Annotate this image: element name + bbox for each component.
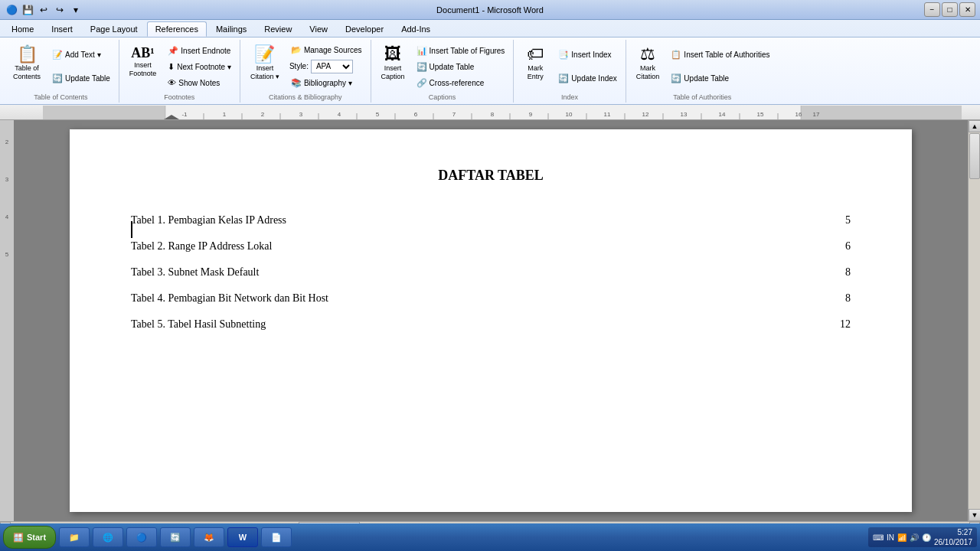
close-btn[interactable]: ✕ — [959, 2, 975, 17]
taskbar-explorer-btn[interactable]: 📁 — [59, 527, 90, 547]
taskbar-chrome-btn[interactable]: 🌐 — [93, 527, 123, 547]
svg-text:14: 14 — [719, 111, 726, 118]
insert-footnote-btn[interactable]: AB¹ InsertFootnote — [124, 43, 162, 81]
tray-keyboard-icon: ⌨ — [873, 533, 884, 542]
scroll-up-btn[interactable]: ▲ — [969, 120, 980, 132]
table-auth-label: Insert Table of Authorities — [684, 51, 769, 59]
tray-volume-icon: 🔊 — [910, 533, 919, 542]
citation-label: InsertCitation ▾ — [250, 64, 279, 81]
mark-citation-btn[interactable]: ⚖ MarkCitation — [631, 43, 665, 84]
svg-text:9: 9 — [529, 111, 533, 118]
insert-table-figures-btn[interactable]: 📊 Insert Table of Figures — [413, 44, 509, 58]
citations-group-label: Citations & Bibliography — [269, 93, 342, 101]
taskbar-notepad-btn[interactable]: 📄 — [261, 527, 292, 547]
scroll-down-btn[interactable]: ▼ — [969, 509, 980, 521]
update-table-auth-btn[interactable]: 🔄 Update Table — [667, 71, 773, 86]
toc-page-3: 8 — [845, 266, 851, 279]
mark-entry-btn[interactable]: 🏷 MarkEntry — [518, 43, 552, 84]
scroll-thumb[interactable] — [969, 133, 980, 179]
minimize-btn[interactable]: − — [924, 2, 940, 17]
next-fn-label: Next Footnote ▾ — [177, 63, 231, 71]
tab-view[interactable]: View — [301, 21, 336, 37]
index-small-buttons: 📑 Insert Index 🔄 Update Index — [554, 43, 621, 90]
tab-review[interactable]: Review — [256, 21, 300, 37]
insert-index-btn[interactable]: 📑 Insert Index — [554, 47, 621, 62]
document-scroll-area[interactable]: DAFTAR TABEL Tabel 1. Pembagian Kelas IP… — [14, 120, 968, 521]
insert-caption-btn[interactable]: 🖼 InsertCaption — [376, 43, 410, 84]
cross-reference-btn[interactable]: 🔗 Cross-reference — [413, 76, 509, 90]
endnote-label: Insert Endnote — [181, 47, 230, 55]
style-select[interactable]: APA MLA Chicago — [311, 60, 353, 73]
toc-icon: 📋 — [17, 46, 38, 63]
toc-label-5: Tabel 5. Tabel Hasil Subnetting — [131, 318, 266, 331]
taskbar-right: ⌨ IN 📶 🔊 🕐 5:27 26/10/2017 — [868, 527, 977, 547]
tray-network-icon: 📶 — [897, 533, 906, 542]
update-table-cap-btn[interactable]: 🔄 Update Table — [413, 60, 509, 74]
endnote-icon: 📌 — [168, 46, 178, 56]
start-label: Start — [27, 533, 46, 542]
redo-quick-btn[interactable]: ↪ — [53, 3, 67, 17]
tab-addins[interactable]: Add-Ins — [393, 21, 439, 37]
taskbar-app3-btn[interactable]: 🔵 — [126, 527, 157, 547]
doc-container: 2 3 4 5 DAFTAR TABEL Tabel 1. Pembagian … — [0, 120, 980, 521]
toc-label-3: Tabel 3. Subnet Mask Default — [131, 266, 259, 279]
tab-insert[interactable]: Insert — [43, 21, 81, 37]
group-toc: 📋 Table ofContents 📝 Add Text ▾ 🔄 Update… — [3, 40, 119, 103]
tab-developer[interactable]: Developer — [337, 21, 392, 37]
toc-entry-1: Tabel 1. Pembagian Kelas IP Adress .....… — [131, 214, 851, 227]
undo-quick-btn[interactable]: ↩ — [37, 3, 51, 17]
style-label: Style: — [289, 62, 309, 70]
citations-group-content: 📝 InsertCitation ▾ 📂 Manage Sources Styl… — [243, 41, 368, 92]
add-text-btn[interactable]: 📝 Add Text ▾ — [48, 47, 114, 62]
window-title: Document1 - Microsoft Word — [436, 5, 544, 15]
page-marker-4: 4 — [0, 214, 14, 220]
bibliography-btn[interactable]: 📚 Bibliography ▾ — [287, 76, 366, 90]
show-notes-btn[interactable]: 👁 Show Notes — [164, 76, 235, 90]
page-marker-3: 3 — [0, 176, 14, 183]
footnotes-group-label: Footnotes — [164, 93, 194, 101]
update-cap-icon: 🔄 — [416, 62, 427, 72]
tab-page-layout[interactable]: Page Layout — [82, 21, 146, 37]
insert-citation-btn[interactable]: 📝 InsertCitation ▾ — [245, 43, 285, 84]
insert-endnote-btn[interactable]: 📌 Insert Endnote — [164, 44, 235, 58]
mark-entry-icon: 🏷 — [527, 46, 544, 63]
next-footnote-btn[interactable]: ⬇ Next Footnote ▾ — [164, 60, 235, 74]
mark-entry-label: MarkEntry — [528, 64, 544, 81]
update-auth-label: Update Table — [684, 74, 729, 83]
svg-text:7: 7 — [452, 111, 456, 118]
start-button[interactable]: 🪟 Start — [3, 526, 56, 549]
toc-dots-4: ........................................… — [330, 298, 844, 298]
add-text-icon: 📝 — [52, 50, 63, 60]
insert-table-auth-btn[interactable]: 📋 Insert Table of Authorities — [667, 47, 773, 62]
toc-entry-2: Tabel 2. Range IP Address Lokal ........… — [131, 240, 851, 253]
tray-clock-icon: 🕐 — [922, 533, 931, 542]
vertical-scrollbar[interactable]: ▲ ▼ — [968, 120, 980, 521]
page-marker-2: 2 — [0, 139, 14, 145]
more-quick-btn[interactable]: ▾ — [69, 3, 83, 17]
taskbar-word-btn[interactable]: W — [227, 527, 258, 547]
update-index-btn[interactable]: 🔄 Update Index — [554, 71, 621, 86]
taskbar-app4-btn[interactable]: 🔄 — [160, 527, 191, 547]
window-controls: − □ ✕ — [924, 2, 975, 17]
cross-ref-icon: 🔗 — [416, 78, 427, 88]
toc-btn-label: Table ofContents — [13, 64, 41, 81]
caption-icon: 🖼 — [384, 46, 401, 63]
tray-in-label: IN — [887, 533, 894, 542]
system-clock: 5:27 26/10/2017 — [934, 527, 972, 547]
scroll-track[interactable] — [969, 132, 980, 509]
style-row: Style: APA MLA Chicago — [287, 59, 366, 74]
maximize-btn[interactable]: □ — [942, 2, 958, 17]
tab-home[interactable]: Home — [3, 21, 42, 37]
taskbar-firefox-btn[interactable]: 🦊 — [194, 527, 224, 547]
group-captions: 🖼 InsertCaption 📊 Insert Table of Figure… — [371, 40, 514, 103]
toc-dots-5: ........................................… — [267, 324, 838, 324]
manage-sources-btn[interactable]: 📂 Manage Sources — [287, 43, 366, 57]
insert-index-icon: 📑 — [558, 50, 569, 60]
table-of-contents-btn[interactable]: 📋 Table ofContents — [8, 43, 46, 84]
tab-mailings[interactable]: Mailings — [207, 21, 255, 37]
svg-text:10: 10 — [566, 111, 573, 118]
update-table-btn[interactable]: 🔄 Update Table — [48, 71, 114, 86]
toc-label-4: Tabel 4. Pembagian Bit Network dan Bit H… — [131, 292, 328, 305]
tab-references[interactable]: References — [147, 21, 207, 37]
save-quick-btn[interactable]: 💾 — [21, 3, 34, 17]
